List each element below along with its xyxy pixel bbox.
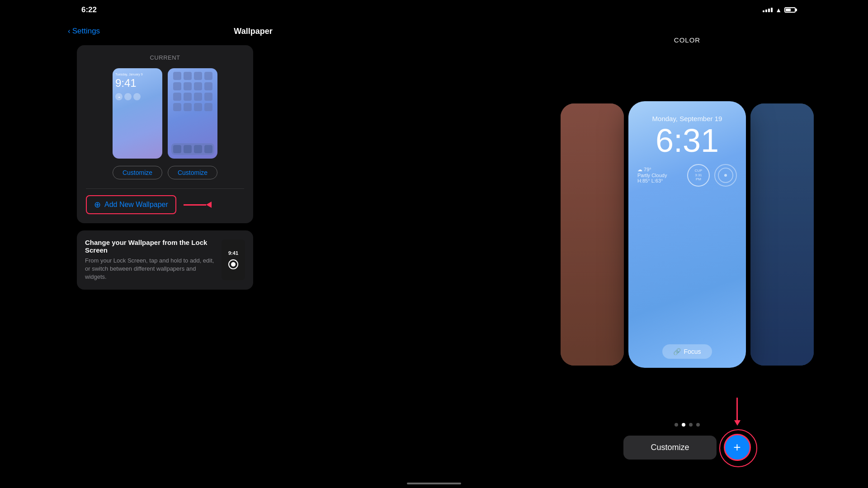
dock [171,143,214,155]
weather-temp: 79° [644,167,651,172]
carousel-item-center[interactable]: Monday, September 19 6:31 ☁ 79° Partly C… [628,101,746,368]
arrow-line-vertical [736,398,738,420]
page-title: Wallpaper [234,27,272,36]
app-icon [184,82,192,90]
ls-widget-1: ☁ [115,93,123,100]
change-info-title: Change your Wallpaper from the Lock Scre… [85,239,214,254]
app-icon [173,72,181,80]
app-icon [184,103,192,111]
cup-widget: CUP 3:31 PM [687,164,710,187]
nav-back-button[interactable]: ‹ Settings [68,27,100,36]
carousel-item-left[interactable] [561,103,624,366]
carousel-dot-3[interactable] [696,423,700,427]
center-widgets: ☁ 79° Partly Cloudy H:85° L:63° CUP 3:31… [637,164,737,187]
customize-wallpaper-button[interactable]: Customize [623,436,716,460]
app-icon [173,82,181,90]
ls-time: 9:41 [115,77,137,89]
cup-time: 3:31 [695,173,703,178]
add-wallpaper-row: ⊕ Add New Wallpaper [86,188,244,214]
dock-icon [173,145,181,153]
wallpaper-previews: Tuesday, January 9 9:41 ☁ [86,68,244,159]
home-bar [407,483,461,484]
dock-icon [184,145,192,153]
plus-circle-icon: ⊕ [94,200,101,210]
wifi-icon: ▲ [775,6,782,14]
target-inner [718,168,733,183]
weather-widget: ☁ 79° Partly Cloudy H:85° L:63° [637,167,683,183]
app-icon [204,93,212,101]
home-screen-customize-button[interactable]: Customize [168,166,217,179]
add-new-wallpaper-button[interactable]: + [724,434,751,461]
carousel-dots [675,423,700,427]
carousel-actions: Customize + [623,434,750,461]
lock-screen-customize-button[interactable]: Customize [113,166,162,179]
app-icon [194,93,202,101]
down-arrow-annotation [734,398,741,426]
app-icon [184,72,192,80]
carousel-item-right[interactable] [750,103,814,366]
current-wallpaper-card: CURRENT Tuesday, January 9 9:41 ☁ [77,45,253,223]
change-info-text: Change your Wallpaper from the Lock Scre… [85,239,214,282]
center-lock-time: 6:31 [637,124,737,157]
app-icon [194,103,202,111]
carousel-dot-0[interactable] [675,423,678,427]
app-icon [204,103,212,111]
carousel-dot-2[interactable] [689,423,693,427]
status-indicators: ▲ [763,6,796,14]
nav-bar: ‹ Settings Wallpaper [0,20,506,42]
nav-back-label[interactable]: Settings [72,27,100,36]
chevron-left-icon: ‹ [68,27,71,36]
mini-time: 9:41 [228,250,238,256]
ls-date: Tuesday, January 9 [115,73,143,76]
left-panel: CURRENT Tuesday, January 9 9:41 ☁ [77,45,253,290]
app-icon [204,82,212,90]
weather-desc: Partly Cloudy [637,173,683,178]
customize-row: Customize Customize [86,166,244,179]
weather-detail: H:85° L:63° [637,178,683,183]
battery-icon [784,7,796,13]
focus-label: Focus [684,348,701,355]
plus-icon: + [733,441,741,454]
target-dot [724,174,727,177]
app-icon [204,72,212,80]
app-icon [184,93,192,101]
add-new-container: + [724,434,751,461]
app-grid [173,72,212,111]
lock-screen-mini-preview: 9:41 [222,239,245,280]
target-widget [714,164,737,187]
status-time: 6:22 [81,5,97,14]
color-label: COLOR [674,36,700,44]
home-screen-preview[interactable] [168,68,217,159]
dock-icon [194,145,202,153]
app-icon [194,72,202,80]
carousel-dot-1[interactable] [682,423,685,427]
lock-screen-preview[interactable]: Tuesday, January 9 9:41 ☁ [113,68,162,159]
focus-button[interactable]: 🔗 Focus [662,344,712,359]
right-panel: COLOR Monday, September 19 6:31 ☁ 79° Pa… [506,36,868,461]
arrow-head-down-icon [734,420,741,426]
add-wallpaper-button[interactable]: ⊕ Add New Wallpaper [86,195,176,214]
ls-widget-3 [133,93,141,100]
cup-sub: PM [695,177,703,182]
dock-icon [204,145,212,153]
ls-widget-2 [124,93,132,100]
change-info-description: From your Lock Screen, tap and hold to a… [85,257,214,282]
wallpaper-carousel: Monday, September 19 6:31 ☁ 79° Partly C… [506,53,868,416]
weather-icon: ☁ 79° [637,167,683,173]
status-bar: 6:22 ▲ [0,0,868,20]
app-icon [194,82,202,90]
center-lock-date: Monday, September 19 [637,115,737,122]
mini-toggle-icon [228,259,238,269]
current-label: CURRENT [86,54,244,61]
add-wallpaper-arrow [184,202,212,208]
focus-link-icon: 🔗 [673,348,681,355]
cup-label: CUP [695,169,703,173]
change-info-card: Change your Wallpaper from the Lock Scre… [77,230,253,290]
add-wallpaper-label: Add New Wallpaper [104,201,168,209]
app-icon [173,103,181,111]
signal-icon [763,8,773,12]
app-icon [173,93,181,101]
